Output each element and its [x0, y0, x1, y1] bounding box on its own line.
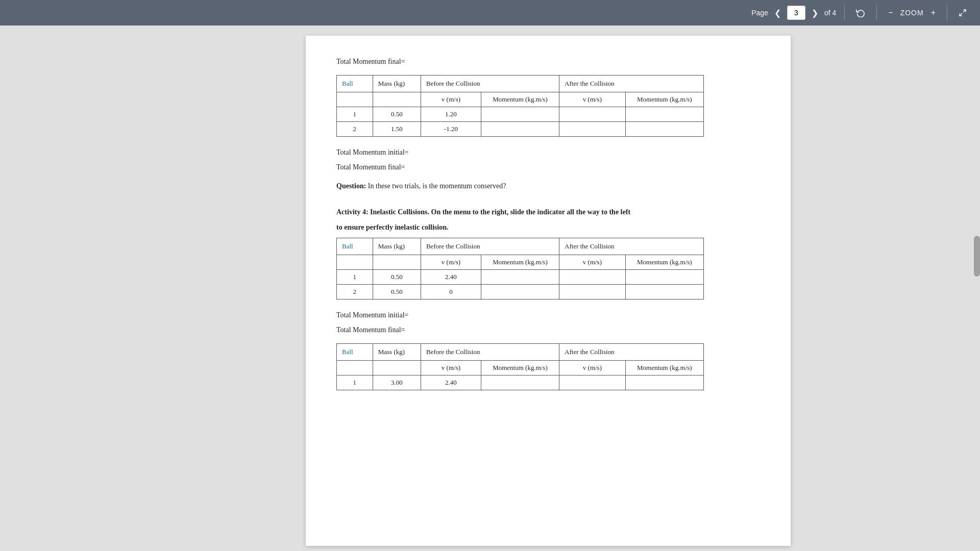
table-row: 1 0.50 1.20	[337, 107, 704, 122]
activity4-line1: Activity 4: Inelastic Collisions. On the…	[336, 207, 765, 218]
page-navigation: Page ❮ 3 ❯ of 4	[751, 6, 836, 20]
table-2-col-ball: Ball	[337, 238, 373, 255]
main-area: Total Momentum final= Ball Mass (kg) Bef…	[0, 26, 980, 551]
cell-mom-before-2	[481, 122, 559, 137]
zoom-label: ZOOM	[900, 9, 924, 17]
prev-page-button[interactable]: ❮	[771, 6, 784, 20]
cell-mass-1: 0.50	[373, 107, 421, 122]
table-3-subheader-row: v (m/s) Momentum (kg.m/s) v (m/s) Moment…	[337, 360, 704, 375]
toolbar: Page ❮ 3 ❯ of 4 − ZOOM +	[0, 0, 980, 26]
t3-cell-mom-after-1	[625, 375, 703, 390]
t3-cell-v-before-1: 2.40	[421, 375, 481, 390]
t2-cell-mom-before-2	[481, 284, 559, 299]
table-2-col-mass: Mass (kg)	[373, 238, 421, 255]
reset-button[interactable]	[853, 6, 868, 19]
cell-mom-after-1	[625, 107, 703, 122]
section3: Total Momentum initial= Total Momentum f…	[336, 310, 765, 335]
total-momentum-initial-3: Total Momentum initial=	[336, 310, 765, 320]
table-1-subheader-row: v (m/s) Momentum (kg.m/s) v (m/s) Moment…	[337, 92, 704, 107]
cell-v-before-2: -1.20	[421, 122, 481, 137]
t2-cell-ball-2: 2	[337, 284, 373, 299]
divider-3	[947, 5, 947, 20]
cell-v-after-2	[559, 122, 626, 137]
t2-sub-v-before: v (m/s)	[421, 255, 481, 269]
t3-cell-v-after-1	[559, 375, 626, 390]
svg-line-0	[963, 10, 966, 12]
zoom-out-button[interactable]: −	[885, 6, 896, 19]
activity4-heading: Activity 4: Inelastic Collisions. On the…	[336, 207, 765, 234]
table-row: 2 1.50 -1.20	[337, 122, 704, 137]
table-3-header-row: Ball Mass (kg) Before the Collision Afte…	[337, 343, 704, 360]
ball-link-1[interactable]: Ball	[342, 80, 353, 87]
t2-sub-mom-before: Momentum (kg.m/s)	[481, 255, 559, 269]
t3-cell-mass-1: 3.00	[373, 375, 421, 390]
left-sidebar	[0, 26, 127, 551]
zoom-in-button[interactable]: +	[928, 6, 939, 19]
t3-sub-mom-before: Momentum (kg.m/s)	[481, 360, 559, 375]
t2-cell-v-after-1	[559, 269, 626, 284]
table-row: 1 0.50 2.40	[337, 269, 704, 284]
question-text: In these two trials, is the momentum con…	[366, 182, 506, 190]
table-3: Ball Mass (kg) Before the Collision Afte…	[336, 343, 704, 390]
table-1: Ball Mass (kg) Before the Collision Afte…	[336, 75, 704, 137]
question-line: Question: In these two trials, is the mo…	[336, 181, 765, 191]
t3-cell-ball-1: 1	[337, 375, 373, 390]
ball-link-2[interactable]: Ball	[342, 242, 353, 250]
table-row: 1 3.00 2.40	[337, 375, 704, 390]
total-momentum-final-3: Total Momentum final=	[336, 324, 765, 335]
page-wrapper: Total Momentum final= Ball Mass (kg) Bef…	[127, 26, 970, 551]
page-number-input[interactable]: 3	[787, 6, 805, 20]
cell-ball-1: 1	[337, 107, 373, 122]
table-2-subheader-row: v (m/s) Momentum (kg.m/s) v (m/s) Moment…	[337, 255, 704, 269]
table-3-col-ball: Ball	[337, 343, 373, 360]
section2: Total Momentum initial= Total Momentum f…	[336, 147, 765, 191]
t2-sub-mom-after: Momentum (kg.m/s)	[625, 255, 703, 269]
table-1-header-row: Ball Mass (kg) Before the Collision Afte…	[337, 76, 704, 92]
table-2-after-collision: After the Collision	[559, 238, 704, 255]
table-1-sub-mom-before: Momentum (kg.m/s)	[481, 92, 559, 107]
table-2-before-collision: Before the Collision	[421, 238, 559, 255]
t2-cell-mom-after-2	[625, 284, 703, 299]
table-1-sub-ball	[337, 92, 373, 107]
t3-sub-mass	[373, 360, 421, 375]
table-2-header-row: Ball Mass (kg) Before the Collision Afte…	[337, 238, 704, 255]
total-pages: of 4	[824, 9, 836, 17]
t2-cell-v-before-2: 0	[421, 284, 481, 299]
t2-sub-v-after: v (m/s)	[559, 255, 626, 269]
table-1-col-mass: Mass (kg)	[373, 76, 421, 92]
t3-sub-v-before: v (m/s)	[421, 360, 481, 375]
table-row: 2 0.50 0	[337, 284, 704, 299]
cell-mom-before-1	[481, 107, 559, 122]
table-1-col-ball: Ball	[337, 76, 373, 92]
table-3-col-mass: Mass (kg)	[373, 343, 421, 360]
page-content: Total Momentum final= Ball Mass (kg) Bef…	[306, 36, 791, 546]
table-3-before-collision: Before the Collision	[421, 343, 559, 360]
ball-link-3[interactable]: Ball	[342, 348, 353, 356]
next-page-button[interactable]: ❯	[808, 6, 821, 20]
table-1-sub-mass	[373, 92, 421, 107]
activity4-line2: to ensure perfectly inelastic collision.	[336, 222, 765, 233]
cell-v-after-1	[559, 107, 626, 122]
divider-1	[844, 5, 845, 20]
t3-sub-v-after: v (m/s)	[559, 360, 626, 375]
t2-cell-mom-before-1	[481, 269, 559, 284]
t2-cell-v-before-1: 2.40	[421, 269, 481, 284]
table-1-before-collision: Before the Collision	[421, 76, 559, 92]
total-momentum-final-2: Total Momentum final=	[336, 162, 765, 172]
page-label: Page	[751, 9, 768, 17]
table-1-after-collision: After the Collision	[559, 76, 704, 92]
total-momentum-initial-2: Total Momentum initial=	[336, 147, 765, 158]
scrollbar-thumb[interactable]	[974, 236, 980, 277]
table-1-sub-v-before: v (m/s)	[421, 92, 481, 107]
table-1-sub-mom-after: Momentum (kg.m/s)	[625, 92, 703, 107]
table-1-sub-v-after: v (m/s)	[559, 92, 626, 107]
t3-sub-mom-after: Momentum (kg.m/s)	[625, 360, 703, 375]
cell-ball-2: 2	[337, 122, 373, 137]
cell-mom-after-2	[625, 122, 703, 137]
t3-cell-mom-before-1	[481, 375, 559, 390]
fullscreen-button[interactable]	[955, 7, 970, 19]
t2-cell-mom-after-1	[625, 269, 703, 284]
t3-sub-ball	[337, 360, 373, 375]
cell-mass-2: 1.50	[373, 122, 421, 137]
table-2: Ball Mass (kg) Before the Collision Afte…	[336, 238, 704, 299]
